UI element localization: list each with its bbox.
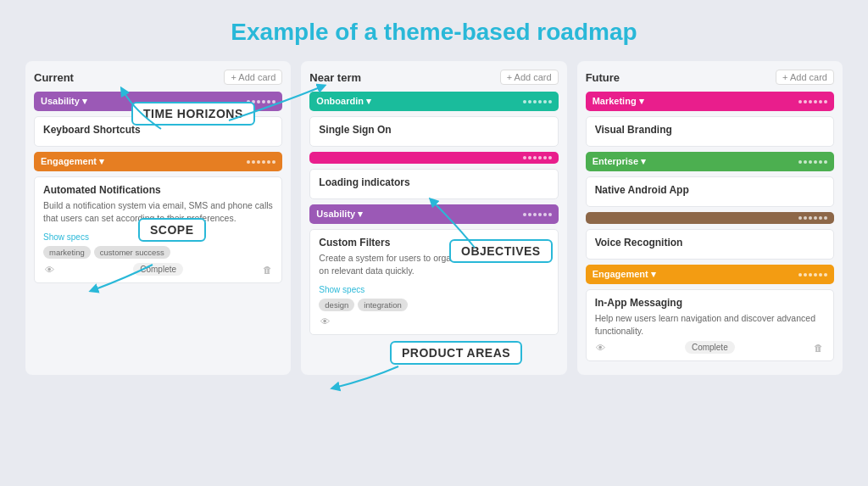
trash-icon[interactable]: 🗑 [813, 342, 825, 354]
card-voice-recognition: Voice Recognition [586, 229, 834, 260]
theme-bar-usability-near[interactable]: Usability ▾ [309, 204, 558, 224]
theme-dots [798, 216, 827, 220]
card-footer: 👁 Complete 🗑 [43, 263, 273, 276]
theme-bar-engagement-future[interactable]: Engagement ▾ [586, 265, 834, 284]
column-current: Current + Add card Usability ▾ Keyboard … [25, 61, 291, 375]
card-desc: Create a system for users to organize, v… [319, 252, 548, 277]
complete-badge: Complete [133, 263, 183, 276]
tag-customer-success: customer success [94, 246, 170, 259]
theme-dots [798, 273, 827, 277]
theme-bar-marketing[interactable]: Marketing ▾ [586, 92, 834, 111]
card-title: Visual Branding [595, 124, 825, 136]
card-desc: Build a notification system via email, S… [43, 199, 273, 224]
card-title: Custom Filters [319, 237, 548, 249]
tag-design: design [319, 299, 354, 311]
card-title: In-App Messaging [595, 297, 825, 309]
theme-label-engagement-current: Engagement ▾ [41, 156, 104, 167]
column-header-current: Current + Add card [34, 70, 282, 85]
card-footer: 👁 [319, 316, 548, 327]
card-title: Automated Notifications [43, 184, 273, 196]
column-near-term: Near term + Add card Onboardin ▾ Single … [301, 61, 566, 375]
add-card-near[interactable]: + Add card [500, 70, 559, 85]
theme-label-enterprise: Enterprise ▾ [593, 156, 646, 167]
tag-marketing: marketing [43, 246, 91, 259]
card-single-sign-on: Single Sign On [309, 116, 558, 147]
add-card-future[interactable]: + Add card [776, 70, 834, 85]
theme-dots [247, 100, 275, 103]
card-desc: Help new users learn navigation and disc… [595, 312, 825, 337]
theme-bar-brown-future[interactable] [586, 212, 834, 224]
column-header-near: Near term + Add card [309, 70, 558, 85]
column-header-future: Future + Add card [586, 70, 834, 85]
card-native-android: Native Android App [586, 176, 834, 207]
card-automated-notifications: Automated Notifications Build a notifica… [34, 176, 282, 283]
column-title-current: Current [34, 71, 74, 84]
card-keyboard-shortcuts: Keyboard Shortcuts [34, 116, 282, 147]
theme-bar-pink-near[interactable] [309, 152, 558, 164]
theme-dots [523, 100, 552, 103]
show-specs-link[interactable]: Show specs [43, 232, 89, 242]
show-specs-link[interactable]: Show specs [319, 285, 364, 294]
theme-label-marketing: Marketing ▾ [593, 96, 644, 107]
theme-dots [247, 160, 275, 164]
card-tags: design integration [319, 299, 548, 311]
theme-bar-enterprise[interactable]: Enterprise ▾ [586, 152, 834, 171]
card-in-app-messaging: In-App Messaging Help new users learn na… [586, 289, 834, 361]
eye-icon[interactable]: 👁 [319, 316, 331, 327]
add-card-current[interactable]: + Add card [224, 70, 282, 85]
complete-badge: Complete [685, 341, 735, 354]
column-title-future: Future [586, 71, 620, 84]
theme-label-engagement-future: Engagement ▾ [593, 269, 656, 280]
card-visual-branding: Visual Branding [586, 116, 834, 147]
theme-bar-onboarding[interactable]: Onboardin ▾ [309, 92, 558, 111]
column-title-near: Near term [309, 71, 361, 84]
card-title: Single Sign On [319, 124, 548, 136]
theme-dots [523, 213, 552, 216]
column-future: Future + Add card Marketing ▾ Visual Bra… [577, 61, 843, 375]
card-title: Keyboard Shortcuts [43, 124, 273, 136]
roadmap-container: Current + Add card Usability ▾ Keyboard … [0, 61, 868, 375]
theme-dots [523, 156, 552, 159]
card-title: Native Android App [595, 184, 825, 196]
card-loading-indicators: Loading indicators [309, 169, 558, 199]
card-title: Voice Recognition [595, 237, 825, 249]
card-footer: 👁 Complete 🗑 [595, 341, 825, 354]
eye-icon[interactable]: 👁 [43, 264, 55, 276]
theme-label-usability-current: Usability ▾ [41, 96, 87, 107]
card-title: Loading indicators [319, 176, 548, 188]
card-custom-filters: Custom Filters Create a system for users… [309, 229, 558, 335]
theme-dots [798, 160, 827, 164]
theme-dots [798, 100, 827, 103]
card-tags: marketing customer success [43, 246, 273, 259]
theme-bar-usability-current[interactable]: Usability ▾ [34, 92, 282, 111]
eye-icon[interactable]: 👁 [595, 342, 607, 354]
theme-bar-engagement-current[interactable]: Engagement ▾ [34, 152, 282, 171]
theme-label-usability-near: Usability ▾ [316, 209, 363, 220]
theme-label-onboarding: Onboardin ▾ [316, 96, 371, 107]
tag-integration: integration [358, 299, 407, 311]
page-title: Example of a theme-based roadmap [231, 0, 637, 61]
trash-icon[interactable]: 🗑 [261, 264, 273, 276]
